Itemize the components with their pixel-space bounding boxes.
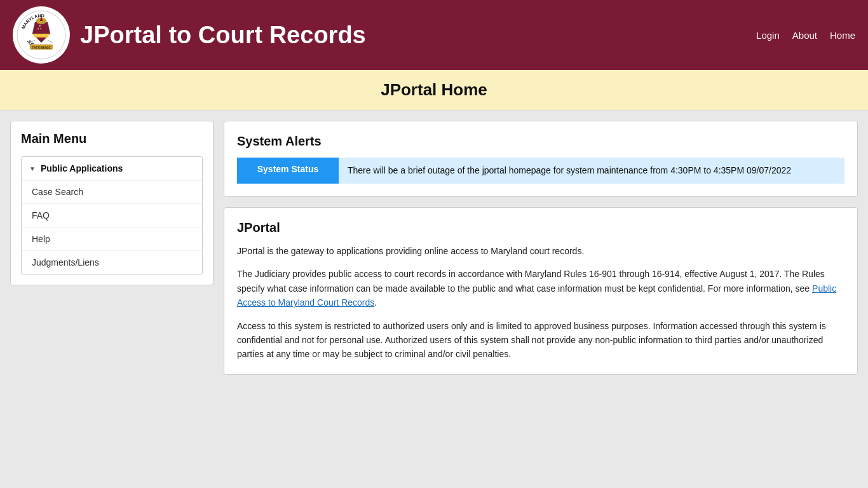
logo-seal: MARYLAND JUDICIARY ✦✦ ★: [13, 6, 70, 64]
header-title: JPortal to Court Records: [80, 22, 366, 49]
chevron-down-icon: ▼: [29, 165, 36, 172]
alert-status-cell: System Status: [237, 158, 339, 184]
alert-table: System Status There will be a brief outa…: [237, 158, 844, 184]
sidebar: Main Menu ▼ Public Applications Case Sea…: [10, 121, 214, 285]
sidebar-item-judgments-liens[interactable]: Judgments/Liens: [22, 251, 202, 274]
main-content: System Alerts System Status There will b…: [224, 121, 858, 375]
sidebar-section-public-apps: ▼ Public Applications Case Search FAQ He…: [21, 156, 203, 274]
system-alerts-title: System Alerts: [237, 134, 844, 149]
jportal-paragraph-2: The Judiciary provides public access to …: [237, 267, 844, 309]
jportal-paragraph-3: Access to this system is restricted to a…: [237, 319, 844, 362]
system-alerts-card: System Alerts System Status There will b…: [224, 121, 858, 197]
alert-row: System Status There will be a brief outa…: [237, 158, 844, 184]
header-left: MARYLAND JUDICIARY ✦✦ ★: [13, 6, 366, 64]
sidebar-items-list: Case Search FAQ Help Judgments/Liens: [22, 180, 202, 274]
paragraph2-after: .: [374, 297, 377, 308]
sidebar-item-faq[interactable]: FAQ: [22, 204, 202, 227]
site-header: MARYLAND JUDICIARY ✦✦ ★: [0, 0, 868, 70]
main-layout: Main Menu ▼ Public Applications Case Sea…: [0, 111, 868, 385]
jportal-info-card: JPortal JPortal is the gateway to applic…: [224, 207, 858, 375]
help-link[interactable]: Help: [32, 234, 50, 244]
sidebar-item-help[interactable]: Help: [22, 227, 202, 251]
nav-home[interactable]: Home: [830, 30, 855, 41]
paragraph2-before: The Judiciary provides public access to …: [237, 269, 825, 293]
public-applications-label: Public Applications: [41, 163, 123, 173]
alert-message-cell: There will be a brief outage of the jpor…: [339, 158, 844, 184]
svg-text:FATTI MASC: FATTI MASC: [32, 46, 51, 50]
nav-login[interactable]: Login: [756, 30, 780, 41]
faq-link[interactable]: FAQ: [32, 210, 50, 220]
nav-about[interactable]: About: [792, 30, 817, 41]
page-title-bar: JPortal Home: [0, 70, 868, 111]
public-applications-toggle[interactable]: ▼ Public Applications: [22, 157, 202, 180]
jportal-paragraph-1: JPortal is the gateway to applications p…: [237, 244, 844, 258]
sidebar-item-case-search[interactable]: Case Search: [22, 180, 202, 204]
main-menu-title: Main Menu: [21, 132, 203, 146]
case-search-link[interactable]: Case Search: [32, 187, 83, 197]
svg-text:★: ★: [39, 24, 41, 27]
judgments-liens-link[interactable]: Judgments/Liens: [32, 257, 99, 268]
header-nav: Login About Home: [756, 30, 855, 41]
page-title: JPortal Home: [10, 80, 858, 100]
jportal-section-title: JPortal: [237, 220, 844, 235]
